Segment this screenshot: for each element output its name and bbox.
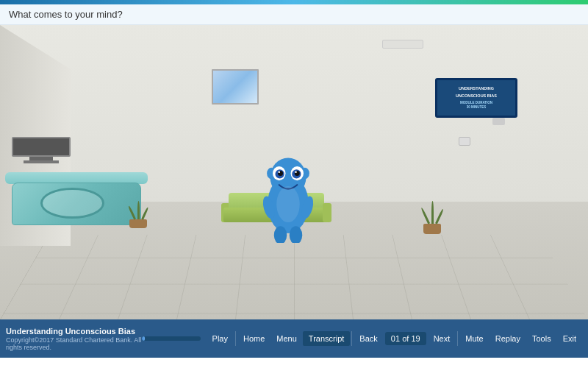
scene-area: UNDERSTANDING UNCONSCIOUS BIAS MODULE DU… (0, 25, 588, 319)
svg-point-11 (295, 171, 297, 173)
computer-stand (24, 160, 59, 163)
copyright-text: Copyright©2017 Standard Chartered Bank. … (6, 336, 142, 351)
bottom-left-info: Understanding Unconscious Bias Copyright… (6, 327, 142, 351)
wall-picture (212, 69, 259, 105)
menu-button[interactable]: Menu (270, 331, 303, 346)
monitor-line4: 30 MINUTES (456, 105, 497, 110)
home-button[interactable]: Home (237, 331, 270, 346)
module-title: Understanding Unconscious Bias (6, 327, 142, 336)
floor-tiles (0, 235, 588, 319)
progress-container (142, 336, 201, 341)
separator (351, 331, 352, 346)
progress-bar-fill (142, 336, 145, 341)
monitor-line3: MODULE DURATION (456, 101, 497, 105)
character-blob (247, 140, 329, 243)
wall-monitor: UNDERSTANDING UNCONSCIOUS BIAS MODULE DU… (435, 78, 517, 125)
replay-button[interactable]: Replay (490, 331, 526, 346)
ac-unit (382, 40, 423, 49)
play-button[interactable]: Play (207, 331, 234, 346)
monitor-content: UNDERSTANDING UNCONSCIOUS BIAS MODULE DU… (456, 86, 497, 110)
reception-desk (12, 172, 141, 225)
progress-bar-background (142, 336, 201, 341)
leaf (141, 207, 148, 220)
transcript-button[interactable]: Transcript (303, 331, 351, 346)
tools-button[interactable]: Tools (526, 331, 557, 346)
plant-leaves-right (417, 199, 447, 224)
separator (235, 331, 236, 346)
monitor-line2: UNCONSCIOUS BIAS (456, 93, 497, 99)
mute-button[interactable]: Mute (459, 331, 489, 346)
exit-button[interactable]: Exit (557, 331, 582, 346)
desk-body (12, 183, 141, 225)
leaf (420, 208, 430, 224)
page-counter: 01 of 19 (385, 332, 426, 345)
separator (457, 331, 458, 346)
desk-computer (12, 137, 71, 163)
plant-right (417, 199, 447, 234)
question-text: What comes to your mind? (9, 9, 123, 20)
svg-point-16 (276, 186, 300, 222)
leaf (435, 208, 444, 224)
computer-screen (12, 137, 71, 157)
desk-circle (40, 188, 104, 219)
leaf (137, 201, 140, 219)
svg-point-8 (278, 171, 280, 173)
plant-pot-right (423, 224, 441, 234)
leaf (431, 201, 434, 223)
monitor-line1: UNDERSTANDING (456, 86, 497, 92)
page-separator: of (402, 334, 409, 343)
power-outlet (459, 137, 470, 146)
back-button[interactable]: Back (354, 331, 383, 346)
plant-left (123, 199, 153, 228)
leaf (127, 206, 135, 220)
bottom-navigation-bar: Understanding Unconscious Bias Copyright… (0, 319, 588, 358)
monitor-plug (492, 118, 505, 125)
plant-leaves-left (123, 199, 153, 219)
character-svg (247, 140, 329, 243)
question-bar: What comes to your mind? (0, 4, 588, 25)
nav-buttons: Play Home Menu Transcript Back 01 of 19 … (207, 331, 582, 346)
monitor-frame: UNDERSTANDING UNCONSCIOUS BIAS MODULE DU… (435, 78, 517, 118)
page-total: 19 (411, 334, 420, 343)
plant-pot-left (129, 219, 147, 228)
next-button[interactable]: Next (428, 331, 456, 346)
page-current: 01 (391, 334, 400, 343)
